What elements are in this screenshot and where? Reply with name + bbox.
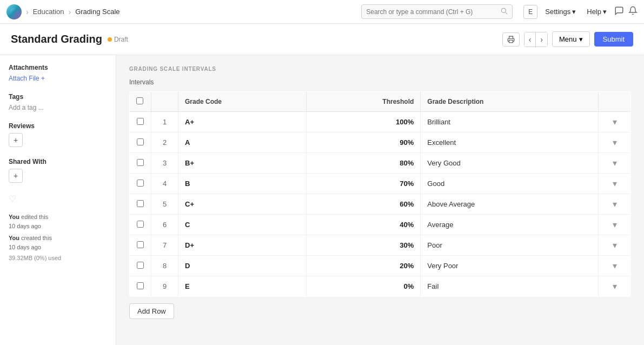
row-action-cell: ▾ — [599, 174, 631, 194]
row-description: Average — [421, 215, 599, 235]
notification-icon[interactable] — [628, 6, 638, 17]
row-checkbox-cell — [130, 174, 151, 194]
intervals-label: Intervals — [129, 78, 631, 86]
row-grade-code: E — [178, 276, 307, 297]
row-dropdown-icon[interactable]: ▾ — [613, 117, 617, 127]
row-threshold: 90% — [306, 132, 420, 153]
help-button[interactable]: Help ▾ — [583, 5, 610, 18]
reviews-section: Reviews + — [9, 122, 107, 147]
attach-file-link[interactable]: Attach File + — [9, 75, 107, 82]
row-checkbox[interactable] — [137, 241, 144, 248]
row-checkbox[interactable] — [137, 200, 144, 207]
th-grade-description: Grade Description — [421, 92, 599, 112]
breadcrumb-education[interactable]: Education — [33, 8, 64, 16]
table-row: 5 C+ 60% Above Average ▾ — [130, 194, 631, 215]
nav-next-button[interactable]: › — [536, 32, 547, 47]
section-label: GRADING SCALE INTERVALS — [129, 66, 631, 72]
add-tag-link[interactable]: Add a tag ... — [9, 104, 107, 111]
row-num: 7 — [151, 235, 178, 256]
row-dropdown-icon[interactable]: ▾ — [613, 261, 617, 270]
tags-title: Tags — [9, 93, 107, 101]
row-action-cell: ▾ — [599, 215, 631, 235]
help-chevron-icon: ▾ — [603, 8, 607, 16]
row-checkbox-cell — [130, 215, 151, 235]
svg-point-0 — [10, 8, 18, 16]
row-threshold: 30% — [306, 235, 420, 256]
row-description: Brilliant — [421, 112, 599, 132]
grading-rows: 1 A+ 100% Brilliant ▾ 2 A 90% Excellent … — [130, 112, 631, 297]
settings-button[interactable]: Settings ▾ — [542, 5, 579, 18]
add-row-button[interactable]: Add Row — [129, 303, 174, 319]
add-review-button[interactable]: + — [9, 133, 23, 147]
row-checkbox[interactable] — [137, 282, 144, 289]
table-row: 3 B+ 80% Very Good ▾ — [130, 153, 631, 174]
row-num: 3 — [151, 153, 178, 174]
table-row: 4 B 70% Good ▾ — [130, 174, 631, 194]
row-description: Above Average — [421, 194, 599, 215]
row-checkbox[interactable] — [137, 159, 144, 166]
row-dropdown-icon[interactable]: ▾ — [613, 200, 617, 209]
draft-dot — [108, 37, 112, 42]
top-navigation: › Education › Grading Scale E Settings ▾… — [0, 0, 644, 24]
activity-edit: You edited this 10 days ago — [9, 213, 107, 230]
topnav-right-actions: E Settings ▾ Help ▾ — [523, 5, 638, 19]
chat-icon[interactable] — [614, 6, 624, 18]
row-checkbox[interactable] — [137, 262, 144, 269]
row-dropdown-icon[interactable]: ▾ — [613, 241, 617, 250]
row-checkbox[interactable] — [137, 138, 144, 145]
activity-edit-time: 10 days ago — [9, 223, 41, 229]
table-row: 6 C 40% Average ▾ — [130, 215, 631, 235]
row-checkbox-cell — [130, 256, 151, 276]
row-dropdown-icon[interactable]: ▾ — [613, 138, 617, 147]
attachments-section: Attachments Attach File + — [9, 64, 107, 82]
row-num: 6 — [151, 215, 178, 235]
row-checkbox[interactable] — [137, 221, 144, 228]
row-action-cell: ▾ — [599, 112, 631, 132]
th-threshold: Threshold — [306, 92, 420, 112]
print-button[interactable] — [502, 32, 520, 47]
svg-line-2 — [506, 12, 507, 14]
settings-label: Settings — [545, 8, 570, 16]
breadcrumb-current: Grading Scale — [75, 8, 119, 16]
row-description: Fail — [421, 276, 599, 297]
row-grade-code: A+ — [178, 112, 307, 132]
row-dropdown-icon[interactable]: ▾ — [613, 179, 617, 188]
row-action-cell: ▾ — [599, 235, 631, 256]
activity-create-user: You — [9, 235, 19, 241]
table-row: 1 A+ 100% Brilliant ▾ — [130, 112, 631, 132]
breadcrumb-sep-1: › — [26, 8, 29, 16]
th-actions — [599, 92, 631, 112]
add-shared-button[interactable]: + — [9, 169, 23, 183]
row-checkbox-cell — [130, 276, 151, 297]
row-dropdown-icon[interactable]: ▾ — [613, 220, 617, 229]
draft-label: Draft — [114, 36, 128, 43]
search-input[interactable] — [366, 8, 497, 16]
row-grade-code: D+ — [178, 235, 307, 256]
row-checkbox[interactable] — [137, 180, 144, 187]
table-header-row: Grade Code Threshold Grade Description — [130, 92, 631, 112]
activity-edit-user: You — [9, 214, 19, 220]
table-row: 9 E 0% Fail ▾ — [130, 276, 631, 297]
reviews-title: Reviews — [9, 122, 107, 130]
svg-rect-3 — [509, 40, 513, 43]
row-checkbox[interactable] — [137, 118, 144, 125]
row-dropdown-icon[interactable]: ▾ — [613, 282, 617, 291]
row-grade-code: B — [178, 174, 307, 194]
favorite-icon[interactable]: ♡ — [9, 194, 107, 204]
attachments-title: Attachments — [9, 64, 107, 71]
row-dropdown-icon[interactable]: ▾ — [613, 158, 617, 168]
row-grade-code: D — [178, 256, 307, 276]
content-area: GRADING SCALE INTERVALS Intervals Grade … — [116, 55, 644, 345]
menu-button[interactable]: Menu ▾ — [552, 31, 590, 47]
submit-button[interactable]: Submit — [594, 32, 633, 47]
th-num — [151, 92, 178, 112]
user-badge[interactable]: E — [523, 5, 537, 19]
app-logo — [6, 4, 22, 19]
row-action-cell: ▾ — [599, 276, 631, 297]
search-bar[interactable] — [361, 4, 513, 19]
nav-prev-button[interactable]: ‹ — [525, 32, 536, 47]
grading-table: Grade Code Threshold Grade Description 1… — [129, 91, 631, 297]
select-all-checkbox[interactable] — [136, 97, 143, 104]
row-checkbox-cell — [130, 112, 151, 132]
draft-badge: Draft — [108, 36, 128, 43]
